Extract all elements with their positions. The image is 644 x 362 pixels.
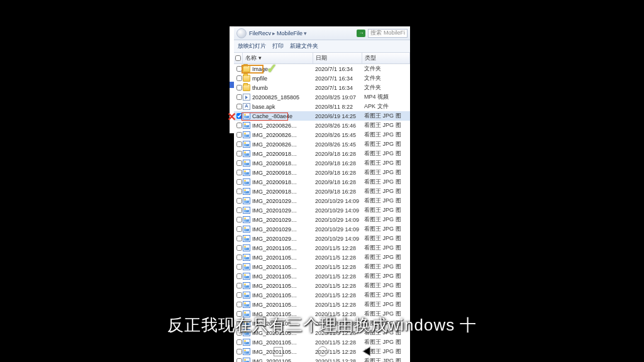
file-name: IMG_20201105… [252,283,315,289]
row-checkbox[interactable] [235,170,243,175]
row-checkbox[interactable] [235,207,243,213]
file-date: 2020/9/18 16:28 [315,160,364,167]
nav-recent-icon[interactable] [274,347,283,356]
file-list[interactable]: Image2020/7/1 16:34文件夹mpfile2020/7/1 16:… [234,64,410,362]
file-name: IMG_20201029… [252,217,315,223]
file-name: IMG_20200918… [252,179,315,185]
nav-home-icon[interactable] [318,346,328,356]
toolbar-slideshow-button[interactable]: 放映幻灯片 [238,42,266,50]
breadcrumb-dropdown-icon[interactable]: ▾ [304,30,307,36]
file-name: IMG_20201105… [252,330,315,336]
row-checkbox[interactable] [235,179,243,185]
row-checkbox[interactable] [235,283,243,288]
row-checkbox[interactable] [235,189,243,194]
file-row[interactable]: IMG_20201029…2020/10/29 14:09看图王 JPG 图 [234,224,410,234]
file-name: IMG_20200826… [252,132,315,138]
row-checkbox[interactable] [235,226,243,232]
row-checkbox[interactable] [235,132,243,138]
file-date: 2020/9/18 16:28 [315,189,364,195]
file-row[interactable]: IMG_20200918…2020/9/18 16:28看图王 JPG 图 [234,177,410,187]
file-date: 2020/9/18 16:28 [315,151,364,157]
file-type: 看图王 JPG 图 [364,112,410,120]
file-row[interactable]: IMG_20201105…2020/11/5 12:28看图王 JPG 图 [234,243,410,253]
file-row[interactable]: IMG_20201029…2020/10/29 14:09看图王 JPG 图 [234,215,410,224]
column-header-date[interactable]: 日期 [313,53,362,63]
file-row[interactable]: thumb2020/7/1 16:34文件夹 [234,83,410,92]
file-row[interactable]: 20200825_1858052020/8/25 19:07MP4 视频 [234,92,410,102]
file-date: 2020/10/29 14:09 [315,198,364,204]
jpg-icon [243,188,250,195]
row-checkbox[interactable] [235,330,243,336]
file-row[interactable]: IMG_20201105…2020/11/5 12:28看图王 JPG 图 [234,281,410,290]
file-row[interactable]: base.apk2020/8/11 8:22APK 文件 [234,102,410,111]
toolbar-newfolder-button[interactable]: 新建文件夹 [290,42,318,50]
file-row[interactable]: IMG_20200918…2020/9/18 16:28看图王 JPG 图 [234,158,410,168]
go-button[interactable]: → [357,30,365,37]
row-checkbox[interactable] [235,321,243,326]
file-type: 看图王 JPG 图 [364,225,410,233]
file-type: 文件夹 [364,74,410,82]
row-checkbox[interactable] [235,66,243,72]
file-row[interactable]: IMG_20201029…2020/10/29 14:09看图王 JPG 图 [234,196,410,206]
file-date: 2020/7/1 16:34 [315,85,364,91]
folder-icon [243,65,250,72]
file-date: 2020/8/26 15:46 [315,123,364,129]
row-checkbox[interactable] [235,160,243,166]
file-name: IMG_20201029… [252,236,315,242]
file-type: 看图王 JPG 图 [364,300,410,309]
file-row[interactable]: IMG_20200918…2020/9/18 16:28看图王 JPG 图 [234,168,410,177]
jpg-icon [243,292,250,299]
file-row[interactable]: IMG_20201105…2020/11/5 12:28看图王 JPG 图 [234,290,410,300]
file-row[interactable]: IMG_20201105…2020/11/5 12:28看图王 JPG 图 [234,262,410,272]
row-checkbox[interactable] [235,85,243,90]
breadcrumb-segment[interactable]: FileRecv [249,30,271,36]
file-row[interactable]: IMG_20200826…2020/8/26 15:46看图王 JPG 图 [234,121,410,130]
search-input[interactable]: 搜索 MobileFi [368,29,408,38]
row-checkbox[interactable] [235,151,243,156]
row-checkbox[interactable] [235,198,243,204]
row-checkbox[interactable] [235,311,243,317]
file-row[interactable]: IMG_20201105…2020/11/5 12:28看图王 JPG 图 [234,253,410,262]
file-row[interactable]: mpfile2020/7/1 16:34文件夹 [234,74,410,83]
file-row[interactable]: IMG_20201029…2020/10/29 14:09看图王 JPG 图 [234,206,410,215]
row-checkbox[interactable] [235,292,243,298]
row-checkbox[interactable] [235,104,243,109]
row-checkbox[interactable] [235,264,243,270]
row-checkbox[interactable] [235,273,243,279]
row-checkbox[interactable] [235,141,243,147]
file-row[interactable]: IMG_20200918…2020/9/18 16:28看图王 JPG 图 [234,149,410,158]
file-row[interactable]: IMG_20201105…2020/11/5 12:28看图王 JPG 图 [234,309,410,319]
file-row[interactable]: Cache_-80ae4e2020/6/19 14:25看图王 JPG 图 [234,111,410,121]
file-name: IMG_20201105… [252,273,315,280]
row-checkbox[interactable] [235,75,243,81]
column-header-checkbox[interactable] [234,53,243,63]
breadcrumb[interactable]: FileRecv ▸ MobileFile ▾ [249,30,307,36]
nav-back-icon[interactable] [362,346,370,356]
file-row[interactable]: IMG_20201105…2020/11/5 12:28看图王 JPG 图 [234,319,410,328]
apk-icon [243,103,250,110]
file-row[interactable]: IMG_20201105…2020/11/5 12:28看图王 JPG 图 [234,328,410,337]
row-checkbox[interactable] [235,94,243,100]
file-date: 2020/7/1 16:34 [315,66,364,72]
file-row[interactable]: IMG_20201105…2020/11/5 12:28看图王 JPG 图 [234,300,410,309]
file-row[interactable]: IMG_20200826…2020/8/26 15:45看图王 JPG 图 [234,140,410,149]
row-checkbox[interactable] [235,255,243,260]
column-header-type[interactable]: 类型 [362,53,410,63]
toolbar-print-button[interactable]: 打印 [272,42,284,50]
file-row[interactable]: IMG_20200918…2020/9/18 16:28看图王 JPG 图 [234,187,410,196]
breadcrumb-segment[interactable]: MobileFile [277,30,303,36]
row-checkbox[interactable] [235,245,243,251]
file-date: 2020/8/26 15:45 [315,141,364,148]
column-header-name[interactable]: 名称 ▾ [243,53,313,63]
file-row[interactable]: IMG_20200826…2020/8/26 15:45看图王 JPG 图 [234,130,410,140]
file-type: 看图王 JPG 图 [364,291,410,299]
row-checkbox[interactable] [235,302,243,307]
row-checkbox[interactable] [235,236,243,241]
file-row[interactable]: IMG_20201029…2020/10/29 14:09看图王 JPG 图 [234,234,410,243]
row-checkbox[interactable] [235,217,243,222]
file-name: 20200825_185805 [252,94,315,101]
file-type: 文件夹 [364,84,410,92]
file-row[interactable]: Image2020/7/1 16:34文件夹 [234,64,410,74]
file-row[interactable]: IMG_20201105…2020/11/5 12:28看图王 JPG 图 [234,272,410,281]
jpg-icon [243,282,250,289]
